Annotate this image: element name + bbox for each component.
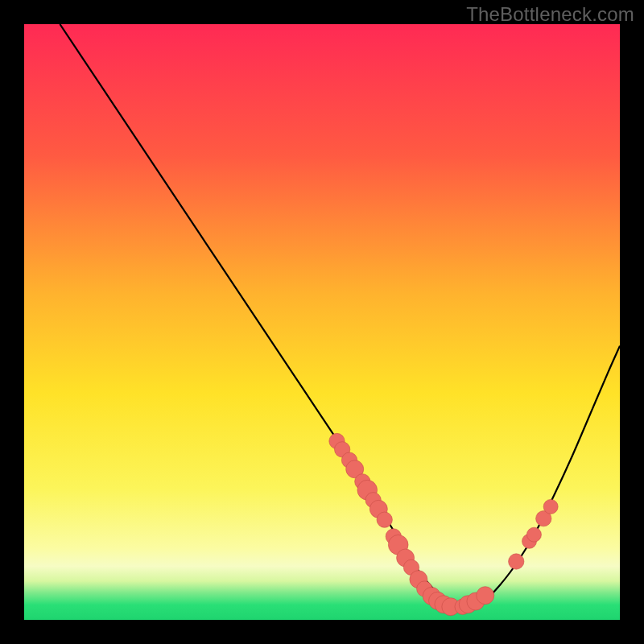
chart-frame	[24, 24, 620, 620]
data-marker	[477, 587, 494, 605]
data-marker	[377, 512, 392, 527]
data-marker	[543, 499, 558, 514]
watermark-text: TheBottleneck.com	[466, 3, 634, 26]
data-marker	[526, 527, 541, 542]
bottleneck-chart	[24, 24, 620, 620]
data-marker	[509, 554, 524, 569]
